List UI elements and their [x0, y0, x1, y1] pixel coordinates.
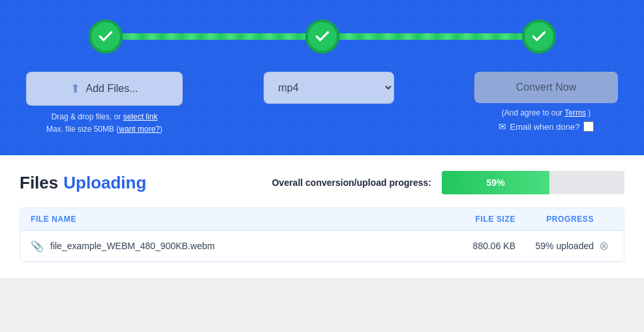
- hint-text: Drag & drop files, or select link Max. f…: [26, 111, 183, 136]
- terms-link[interactable]: Terms: [564, 108, 586, 117]
- col-progress-header: PROGRESS: [515, 215, 613, 224]
- files-title-black: Files: [20, 173, 58, 193]
- terms-prefix: (And agree to our: [502, 108, 562, 117]
- file-size: 880.06 KB: [431, 241, 515, 251]
- format-select[interactable]: mp4 avi mkv mov webm mp3 wav: [264, 72, 394, 104]
- files-header: Files Uploading Overall conversion/uploa…: [20, 171, 624, 194]
- progress-label: Overall conversion/upload progress:: [272, 177, 431, 188]
- max-size-text: Max. file size 50MB: [46, 125, 114, 134]
- top-section: ⬆ Add Files... Drag & drop files, or sel…: [0, 0, 644, 155]
- overall-progress-bar: 59%: [442, 171, 624, 194]
- check-icon-3: [530, 28, 547, 45]
- add-files-label: Add Files...: [85, 83, 138, 95]
- table-header: FILE NAME FILE SIZE PROGRESS: [20, 208, 624, 231]
- file-table: FILE NAME FILE SIZE PROGRESS 📎 file_exam…: [20, 207, 624, 262]
- step-2-circle: [305, 20, 339, 53]
- email-checkbox[interactable]: [583, 121, 594, 132]
- controls-row: ⬆ Add Files... Drag & drop files, or sel…: [26, 72, 618, 136]
- bottom-section: Files Uploading Overall conversion/uploa…: [0, 155, 644, 278]
- check-icon-1: [97, 28, 114, 45]
- want-more-link[interactable]: want more?: [119, 125, 160, 134]
- select-link[interactable]: select link: [123, 112, 158, 121]
- upload-icon: ⬆: [70, 82, 80, 96]
- convert-label: Convert Now: [516, 82, 576, 93]
- add-files-button[interactable]: ⬆ Add Files...: [26, 72, 183, 106]
- step-line-1: [123, 33, 305, 40]
- step-3-circle: [522, 20, 556, 53]
- steps-container: [26, 20, 618, 53]
- file-attachment-icon: 📎: [31, 240, 44, 252]
- format-group: mp4 avi mkv mov webm mp3 wav: [264, 72, 394, 104]
- terms-suffix: ): [588, 108, 590, 117]
- email-row: ✉ Email when done?: [498, 121, 594, 132]
- col-filesize-header: FILE SIZE: [431, 215, 515, 224]
- add-files-group: ⬆ Add Files... Drag & drop files, or sel…: [26, 72, 183, 136]
- drag-hint: Drag & drop files, or: [52, 112, 121, 121]
- email-label: Email when done?: [510, 122, 580, 132]
- file-progress: 59% uploaded: [515, 241, 594, 251]
- step-line-2: [339, 33, 522, 40]
- files-title-blue: Uploading: [63, 173, 146, 193]
- convert-group: Convert Now (And agree to our Terms ) ✉ …: [474, 72, 618, 132]
- terms-text: (And agree to our Terms ): [502, 108, 591, 117]
- cancel-icon[interactable]: ⊗: [594, 239, 613, 253]
- overall-progress-text: 59%: [480, 177, 512, 188]
- check-icon-2: [314, 28, 331, 45]
- email-icon: ✉: [498, 121, 506, 132]
- step-1-circle: [89, 20, 123, 53]
- col-filename-header: FILE NAME: [31, 215, 431, 224]
- table-row: 📎 file_example_WEBM_480_900KB.webm 880.0…: [20, 231, 624, 262]
- file-name: file_example_WEBM_480_900KB.webm: [50, 241, 431, 251]
- overall-progress-fill: 59%: [442, 171, 549, 194]
- convert-now-button[interactable]: Convert Now: [474, 72, 618, 103]
